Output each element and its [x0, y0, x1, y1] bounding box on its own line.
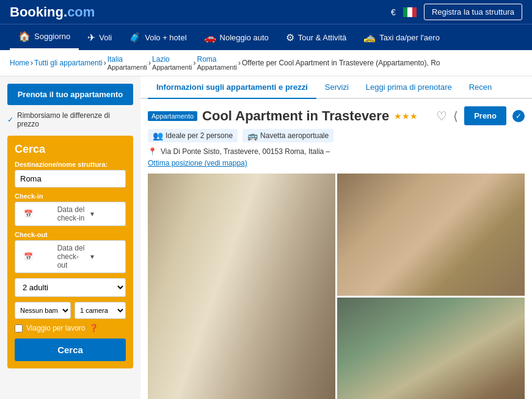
check-icon: ✓ — [7, 115, 13, 124]
destination-label: Destinazione/nome struttura: — [15, 161, 126, 168]
property-title-row: Appartamento Cool Apartment in Trastever… — [148, 106, 525, 125]
tab-info[interactable]: Informazioni sugli appartamenti e prezzi — [148, 76, 316, 99]
photo-grid — [148, 174, 525, 399]
badge-shuttle: 🚌 Navetta aeroportuale — [242, 129, 333, 142]
tab-leggi[interactable]: Leggi prima di prenotare — [357, 76, 461, 99]
nav-item-taxi[interactable]: 🚕 Taxi da/per l'aero — [355, 26, 448, 49]
nav-item-voli[interactable]: ✈ Voli — [79, 26, 120, 49]
checkout-label: Check-out — [15, 231, 126, 238]
checkin-wrapper[interactable]: 📅 Data del check-in ▾ — [15, 202, 126, 226]
badge-shuttle-text: Navetta aeroportuale — [260, 131, 329, 140]
property-header: Appartamento Cool Apartment in Trastever… — [140, 99, 532, 399]
breadcrumb-lazio-link[interactable]: Lazio — [152, 55, 192, 64]
bottom-selects: Nessun bam 1 camera — [15, 302, 126, 319]
work-travel-checkbox[interactable] — [15, 324, 23, 332]
top-header: Booking.com € Registra la tua struttura — [0, 0, 532, 24]
breadcrumb-current: Offerte per Cool Apartment in Trastevere… — [242, 59, 440, 67]
sidebar: Prenota il tuo appartamento ✓ Rimborsiam… — [0, 76, 140, 399]
nav-label-volo-hotel: Volo + hotel — [145, 33, 186, 42]
work-travel-row: Viaggio per lavoro ❓ — [15, 324, 126, 332]
breadcrumb-italia: Italia Appartamenti — [107, 55, 147, 71]
wishlist-button[interactable]: ♡ — [436, 109, 447, 123]
main-container: Prenota il tuo appartamento ✓ Rimborsiam… — [0, 76, 532, 399]
tab-recen[interactable]: Recen — [461, 76, 501, 99]
svg-rect-2 — [412, 7, 417, 17]
address-row: 📍 Via Di Ponte Sisto, Trastevere, 00153 … — [148, 147, 525, 156]
shuttle-icon: 🚌 — [247, 131, 258, 141]
svg-rect-1 — [407, 7, 412, 17]
pin-icon: 📍 — [148, 147, 157, 156]
content-area: Informazioni sugli appartamenti e prezzi… — [140, 76, 532, 399]
checkout-placeholder: Data del check-out — [57, 244, 87, 269]
breadcrumb-italia-link[interactable]: Italia — [107, 55, 147, 64]
currency-button[interactable]: € — [391, 7, 396, 17]
breadcrumb-tutti: Tutti gli appartamenti — [34, 59, 103, 67]
breadcrumb-roma: Roma Appartamenti — [197, 55, 237, 71]
flag-italy-icon[interactable] — [403, 7, 417, 17]
property-type-badge: Appartamento — [148, 111, 197, 121]
share-button[interactable]: ⟨ — [453, 109, 458, 123]
breadcrumb-tutti-link[interactable]: Tutti gli appartamenti — [34, 59, 103, 67]
book-apartment-button[interactable]: Prenota il tuo appartamento — [7, 84, 133, 105]
address-text: Via Di Ponte Sisto, Trastevere, 00153 Ro… — [161, 147, 330, 156]
calendar-icon-checkin: 📅 — [24, 210, 54, 218]
nav-item-tour[interactable]: ⚙ Tour & Attività — [277, 26, 355, 49]
breadcrumb-italia-sub: Appartamenti — [107, 64, 147, 71]
property-tabs: Informazioni sugli appartamenti e prezzi… — [140, 76, 532, 99]
tab-servizi[interactable]: Servizi — [316, 76, 357, 99]
top-right-actions: € Registra la tua struttura — [391, 4, 522, 20]
breadcrumb: Home › Tutti gli appartamenti › Italia A… — [0, 50, 532, 76]
question-icon: ❓ — [89, 324, 98, 332]
chevron-down-checkin: ▾ — [90, 210, 120, 218]
search-title: Cerca — [15, 143, 126, 156]
badge-ideal-text: Ideale per 2 persone — [166, 131, 233, 140]
breadcrumb-lazio: Lazio Appartamenti — [152, 55, 192, 71]
rooms-select[interactable]: 1 camera — [75, 302, 126, 319]
logo-booking: Booking — [10, 4, 64, 20]
nav-label-noleggio: Noleggio auto — [220, 33, 269, 42]
nav-label-soggiorno: Soggiorno — [34, 32, 70, 41]
title-actions: ♡ ⟨ Preno ✓ — [436, 106, 525, 125]
nav-item-noleggio[interactable]: 🚗 Noleggio auto — [195, 26, 277, 49]
logo[interactable]: Booking.com — [10, 4, 95, 20]
car-icon: 🚗 — [204, 32, 216, 43]
destination-input[interactable] — [15, 170, 126, 188]
verified-badge: ✓ — [512, 110, 525, 122]
nav-item-volo-hotel[interactable]: 🧳 Volo + hotel — [120, 26, 195, 49]
breadcrumb-roma-link[interactable]: Roma — [197, 55, 237, 64]
luggage-icon: 🧳 — [129, 32, 141, 43]
checkin-label: Check-in — [15, 192, 126, 200]
logo-com: com — [67, 4, 95, 20]
map-link[interactable]: Ottima posizione (vedi mappa) — [148, 159, 247, 167]
search-button[interactable]: Cerca — [15, 339, 126, 361]
breadcrumb-roma-sub: Appartamenti — [197, 64, 237, 71]
work-travel-label: Viaggio per lavoro — [26, 324, 86, 332]
gear-icon: ⚙ — [286, 32, 294, 43]
photo-right-tall[interactable] — [148, 174, 335, 399]
title-left: Appartamento Cool Apartment in Trastever… — [148, 108, 436, 124]
price-guarantee-text: Rimborsiamo le differenze di prezzo — [17, 111, 133, 128]
search-form: Cerca Destinazione/nome struttura: Check… — [7, 136, 133, 368]
badge-ideal: 👥 Ideale per 2 persone — [148, 129, 238, 142]
prenota-header-button[interactable]: Preno — [464, 106, 506, 125]
flight-icon: ✈ — [87, 32, 95, 43]
children-select[interactable]: Nessun bam — [15, 302, 71, 319]
adults-select[interactable]: 2 adulti — [15, 278, 126, 297]
nav-item-soggiorno[interactable]: 🏠 Soggiorno — [10, 24, 79, 50]
chevron-down-checkout: ▾ — [90, 252, 120, 261]
property-name: Cool Apartment in Trastevere — [202, 108, 389, 124]
main-nav: 🏠 Soggiorno ✈ Voli 🧳 Volo + hotel 🚗 Nole… — [0, 24, 532, 50]
photo-top-left[interactable] — [337, 174, 525, 296]
taxi-icon: 🚕 — [363, 32, 376, 43]
checkout-wrapper[interactable]: 📅 Data del check-out ▾ — [15, 240, 126, 273]
stars: ★★★ — [394, 111, 418, 121]
breadcrumb-lazio-sub: Appartamenti — [152, 64, 192, 71]
breadcrumb-home[interactable]: Home — [10, 59, 29, 67]
badges-row: 👥 Ideale per 2 persone 🚌 Navetta aeropor… — [148, 129, 525, 142]
nav-label-taxi: Taxi da/per l'aero — [379, 33, 440, 42]
nav-label-voli: Voli — [99, 33, 112, 42]
svg-rect-0 — [403, 7, 407, 17]
register-button[interactable]: Registra la tua struttura — [424, 4, 522, 20]
people-icon: 👥 — [153, 131, 163, 141]
photo-bottom-left[interactable] — [337, 298, 525, 399]
